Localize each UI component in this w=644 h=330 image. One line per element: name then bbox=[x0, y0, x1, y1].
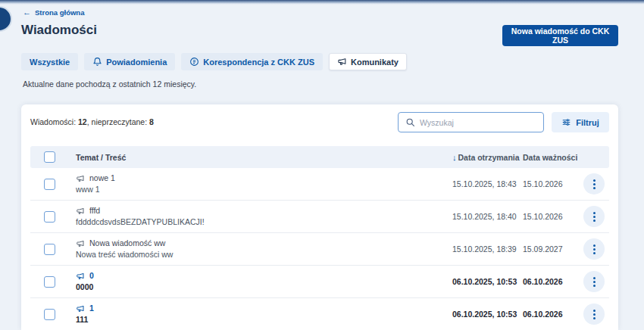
megaphone-icon bbox=[76, 272, 85, 281]
received-date: 15.10.2025, 18:43 bbox=[447, 179, 523, 188]
row-checkbox[interactable] bbox=[44, 309, 55, 320]
message-title: nowe 1 bbox=[89, 173, 115, 184]
page-title: Wiadomości bbox=[21, 23, 97, 38]
floating-widget-button[interactable] bbox=[0, 6, 12, 32]
messages-card: Wiadomości: 12, nieprzeczytane: 8 Filtru… bbox=[21, 104, 618, 330]
message-preview: www 1 bbox=[76, 184, 447, 195]
row-checkbox[interactable] bbox=[44, 276, 55, 288]
message-tabs: Wszystkie Powiadomienia Korespondencja z… bbox=[21, 53, 407, 70]
column-valid[interactable]: Data ważności bbox=[523, 153, 583, 162]
tab-wszystkie[interactable]: Wszystkie bbox=[21, 53, 78, 70]
search-box[interactable] bbox=[398, 112, 544, 132]
sort-desc-icon: ↓ bbox=[452, 153, 457, 162]
back-link[interactable]: ← Strona główna bbox=[23, 8, 84, 17]
row-checkbox[interactable] bbox=[44, 211, 55, 223]
summary-unread-label: , nieprzeczytane: bbox=[87, 117, 147, 126]
megaphone-icon bbox=[76, 304, 85, 313]
row-checkbox[interactable] bbox=[44, 244, 55, 255]
received-date: 06.10.2025, 10:53 bbox=[447, 277, 523, 286]
message-list: nowe 1 www 1 15.10.2025, 18:43 15.10.202… bbox=[30, 168, 609, 330]
table-header: Temat / Treść ↓ Data otrzymania Data waż… bbox=[30, 146, 609, 168]
sliders-icon bbox=[561, 117, 571, 127]
row-menu-button[interactable] bbox=[583, 238, 605, 260]
message-row[interactable]: 1 111 06.10.2025, 10:53 06.10.2026 bbox=[30, 298, 609, 330]
tab-korespondencja[interactable]: Korespondencja z CKK ZUS bbox=[181, 53, 323, 70]
tab-komunikaty-label: Komunikaty bbox=[351, 58, 399, 67]
message-row[interactable]: Nowa wiadomość ww Nowa treść wiadomości … bbox=[30, 233, 609, 266]
valid-date: 15.09.2027 bbox=[523, 244, 583, 254]
received-date: 06.10.2025, 10:53 bbox=[447, 310, 523, 319]
received-date: 15.10.2025, 18:40 bbox=[447, 212, 523, 221]
search-icon bbox=[405, 117, 415, 127]
row-checkbox[interactable] bbox=[44, 179, 55, 190]
filter-button[interactable]: Filtruj bbox=[552, 112, 609, 132]
tab-powiadomienia-label: Powiadomienia bbox=[106, 58, 167, 67]
data-range-note: Aktualne dane pochodzą z ostatnich 12 mi… bbox=[23, 79, 196, 89]
tab-komunikaty[interactable]: Komunikaty bbox=[329, 53, 407, 70]
row-menu-button[interactable] bbox=[583, 173, 605, 195]
valid-date: 06.10.2026 bbox=[523, 310, 583, 319]
megaphone-icon bbox=[337, 57, 347, 67]
new-message-button[interactable]: Nowa wiadomość do CKK ZUS bbox=[502, 25, 618, 46]
tab-korespondencja-label: Korespondencja z CKK ZUS bbox=[203, 58, 314, 67]
row-menu-button[interactable] bbox=[583, 304, 605, 325]
received-date: 15.10.2025, 18:39 bbox=[447, 244, 523, 254]
column-subject: Temat / Treść bbox=[76, 153, 447, 162]
summary-label: Wiadomości: bbox=[30, 117, 76, 126]
valid-date: 15.10.2026 bbox=[523, 212, 583, 221]
column-received-label: Data otrzymania bbox=[458, 153, 520, 162]
message-row[interactable]: fffd fddddcdsvdsBEZDATYPUBLIKACJI! 15.10… bbox=[30, 201, 609, 233]
message-title: fffd bbox=[89, 205, 100, 216]
message-preview: 0000 bbox=[76, 282, 447, 293]
valid-date: 06.10.2026 bbox=[523, 277, 583, 286]
back-arrow-icon: ← bbox=[23, 8, 31, 17]
message-title: Nowa wiadomość ww bbox=[89, 238, 165, 249]
tab-powiadomienia[interactable]: Powiadomienia bbox=[84, 53, 175, 70]
row-menu-button[interactable] bbox=[583, 206, 605, 227]
message-preview: 111 bbox=[76, 314, 447, 325]
message-preview: Nowa treść wiadomości ww bbox=[76, 249, 447, 260]
message-row[interactable]: 0 0000 06.10.2025, 10:53 06.10.2026 bbox=[30, 266, 609, 298]
megaphone-icon bbox=[76, 239, 85, 248]
message-preview: fddddcdsvdsBEZDATYPUBLIKACJI! bbox=[76, 216, 447, 228]
back-link-label: Strona główna bbox=[35, 8, 84, 17]
top-gradient-bar bbox=[0, 0, 644, 5]
column-received[interactable]: ↓ Data otrzymania bbox=[447, 153, 523, 162]
select-all-checkbox[interactable] bbox=[44, 151, 55, 163]
message-title: 0 bbox=[89, 270, 94, 282]
message-title: 1 bbox=[89, 303, 94, 314]
document-circle-icon bbox=[189, 57, 199, 67]
valid-date: 15.10.2026 bbox=[523, 179, 583, 188]
filter-button-label: Filtruj bbox=[576, 118, 599, 127]
bell-icon bbox=[92, 57, 102, 67]
summary-unread-count: 8 bbox=[149, 117, 154, 126]
search-input[interactable] bbox=[420, 118, 536, 127]
row-menu-button[interactable] bbox=[583, 271, 605, 292]
messages-summary: Wiadomości: 12, nieprzeczytane: 8 bbox=[30, 117, 154, 126]
tab-wszystkie-label: Wszystkie bbox=[30, 58, 70, 67]
megaphone-icon bbox=[76, 174, 85, 183]
message-row[interactable]: nowe 1 www 1 15.10.2025, 18:43 15.10.202… bbox=[30, 168, 609, 201]
summary-count: 12 bbox=[78, 117, 87, 126]
megaphone-icon bbox=[76, 207, 85, 216]
